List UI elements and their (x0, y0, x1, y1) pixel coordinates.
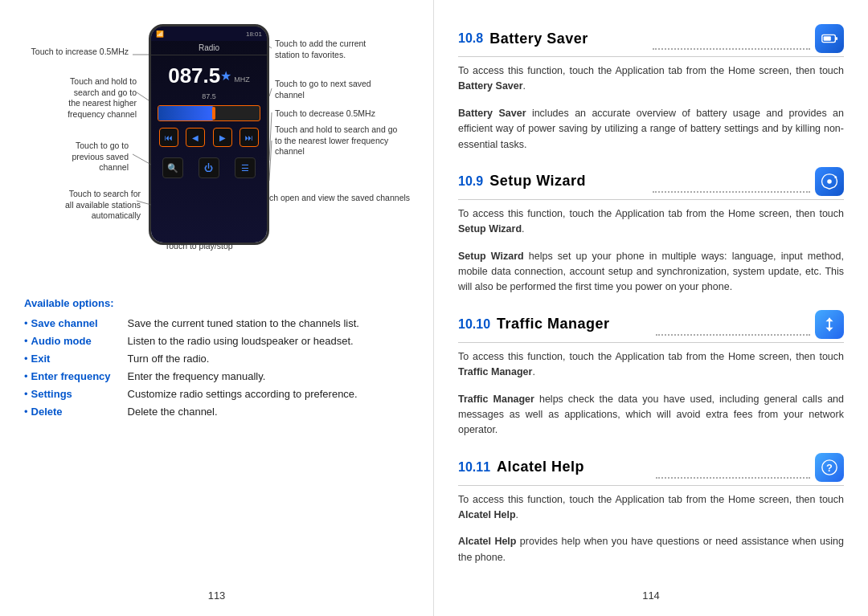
ctrl-prev-prev[interactable]: ⏮ (159, 128, 178, 147)
setup-icon (815, 167, 844, 196)
section-intro-help: To access this function, touch the Appli… (458, 492, 844, 524)
section-header-help: 10.11 Alcatel Help ? (458, 453, 844, 486)
ann-search-stations: Touch to search forall available station… (24, 189, 141, 222)
option-key-delete: Delete (31, 406, 128, 418)
ann-touch-hold: Touch and hold tosearch and go tothe nea… (24, 76, 137, 120)
option-desc-save: Save the current tuned station to the ch… (128, 317, 417, 329)
section-title-setup: Setup Wizard (489, 173, 647, 190)
ann-next-channel: Touch to go to next savedchannel (275, 79, 436, 100)
ctrl-next-next[interactable]: ⏭ (240, 128, 259, 147)
bullet: • (24, 406, 28, 418)
section-dots-battery (653, 48, 810, 50)
option-delete: • Delete Delete the channel. (24, 406, 417, 418)
bullet: • (24, 335, 28, 347)
option-desc-freq: Enter the frequency manually. (128, 370, 417, 382)
ann-decrease: Touch to decrease 0.5MHz (275, 108, 436, 120)
option-enter-freq: • Enter frequency Enter the frequency ma… (24, 370, 417, 382)
ctrl-next[interactable]: ▶ (213, 128, 232, 147)
section-num-10-8: 10.8 (458, 31, 483, 46)
phone-star: ★ (220, 68, 231, 84)
section-intro-traffic: To access this function, touch the Appli… (458, 349, 844, 381)
ctrl-power[interactable]: ⏻ (199, 157, 219, 178)
left-page: Touch to increase 0.5MHz Touch and hold … (0, 0, 434, 616)
section-body-setup: Setup Wizard helps set up your phone in … (458, 249, 844, 296)
ann-touch-increase: Touch to increase 0.5MHz (24, 47, 129, 58)
options-section: Available options: • Save channel Save t… (24, 297, 417, 418)
section-num-10-11: 10.11 (458, 460, 490, 475)
section-num-10-10: 10.10 (458, 317, 490, 332)
option-settings: • Settings Customize radio settings acco… (24, 388, 417, 400)
option-key-audio: Audio mode (31, 335, 128, 347)
option-key-settings: Settings (31, 388, 128, 400)
traffic-icon (815, 310, 844, 339)
svg-line-1 (137, 92, 149, 100)
ctrl-search[interactable]: 🔍 (162, 157, 183, 178)
section-intro-setup: To access this function, touch the Appli… (458, 206, 844, 238)
option-key-exit: Exit (31, 353, 128, 365)
bullet: • (24, 370, 28, 382)
option-desc-settings: Customize radio settings according to pr… (128, 388, 417, 400)
ann-add-favorites: Touch to add the currentstation to favor… (275, 39, 436, 60)
svg-line-5 (269, 88, 272, 96)
phone-status-bar: 📶 18:01 (151, 27, 267, 41)
ann-prev-channel: Touch to go toprevious savedchannel (24, 141, 129, 173)
svg-rect-9 (835, 37, 837, 40)
phone-bottom-controls: 🔍 ⏻ ☰ (151, 153, 267, 182)
section-title-help: Alcatel Help (497, 459, 651, 475)
ann-play-stop: Touch to play/stop (165, 241, 233, 251)
diagram-area: Touch to increase 0.5MHz Touch and hold … (24, 24, 417, 281)
page-num-left: 113 (208, 589, 226, 602)
option-audio-mode: • Audio mode Listen to the radio using l… (24, 335, 417, 347)
section-body-help: Alcatel Help provides help when you have… (458, 534, 844, 565)
section-header-setup: 10.9 Setup Wizard (458, 167, 844, 200)
section-dots-setup (653, 191, 810, 193)
section-dots-traffic (656, 334, 810, 336)
bullet: • (24, 388, 28, 400)
bullet: • (24, 353, 28, 365)
svg-line-6 (269, 112, 272, 161)
svg-text:?: ? (826, 461, 833, 473)
phone-slider-handle (212, 107, 215, 120)
option-save-channel: • Save channel Save the current tuned st… (24, 317, 417, 329)
svg-line-7 (269, 141, 272, 181)
phone-slider (158, 105, 260, 121)
phone-sub-freq: 87.5 (151, 92, 267, 100)
section-body-traffic: Traffic Manager helps check the data you… (458, 392, 844, 439)
page-num-right: 114 (642, 589, 660, 602)
svg-rect-10 (824, 36, 831, 41)
option-exit: • Exit Turn off the radio. (24, 353, 417, 365)
section-intro-battery: To access this function, touch the Appli… (458, 63, 844, 95)
section-header-traffic: 10.10 Traffic Manager (458, 310, 844, 343)
right-page: 10.8 Battery Saver To access this functi… (434, 0, 868, 616)
option-desc-delete: Delete the channel. (128, 406, 417, 418)
section-battery-saver: 10.8 Battery Saver To access this functi… (458, 24, 844, 153)
battery-icon (815, 24, 844, 53)
section-num-10-9: 10.9 (458, 174, 483, 189)
ann-hold-lower: Touch and hold to search and goto the ne… (275, 124, 436, 157)
help-icon: ? (815, 453, 844, 482)
phone-mhz: MHZ (234, 75, 250, 84)
svg-point-11 (827, 179, 832, 184)
ctrl-list[interactable]: ☰ (235, 157, 256, 178)
section-setup-wizard: 10.9 Setup Wizard To access this functio… (458, 167, 844, 296)
option-desc-exit: Turn off the radio. (128, 353, 417, 365)
options-title: Available options: (24, 297, 417, 309)
section-alcatel-help: 10.11 Alcatel Help ? To access this func… (458, 453, 844, 566)
section-title-traffic: Traffic Manager (497, 316, 651, 332)
ctrl-prev[interactable]: ◀ (186, 128, 205, 147)
phone-controls: ⏮ ◀ ▶ ⏭ (151, 121, 267, 153)
phone-freq-area: 087.5 ★ MHZ (151, 55, 267, 92)
option-key-save: Save channel (31, 317, 128, 329)
ann-saved-list: Touch open and view the saved channelsli… (256, 193, 436, 214)
section-dots-help (656, 477, 810, 479)
option-key-freq: Enter frequency (31, 370, 128, 382)
phone-frequency: 087.5 (168, 63, 220, 88)
section-body-battery: Battery Saver includes an accurate overv… (458, 106, 844, 153)
svg-line-4 (269, 47, 272, 48)
status-time: 18:01 (246, 31, 262, 38)
phone-slider-fill (158, 106, 214, 120)
phone-radio-title: Radio (151, 41, 267, 55)
phone-mockup: 📶 18:01 Radio 087.5 ★ MHZ 87.5 ⏮ ◀ ▶ (149, 24, 269, 245)
section-title-battery: Battery Saver (489, 31, 647, 47)
status-icons: 📶 (156, 31, 164, 38)
